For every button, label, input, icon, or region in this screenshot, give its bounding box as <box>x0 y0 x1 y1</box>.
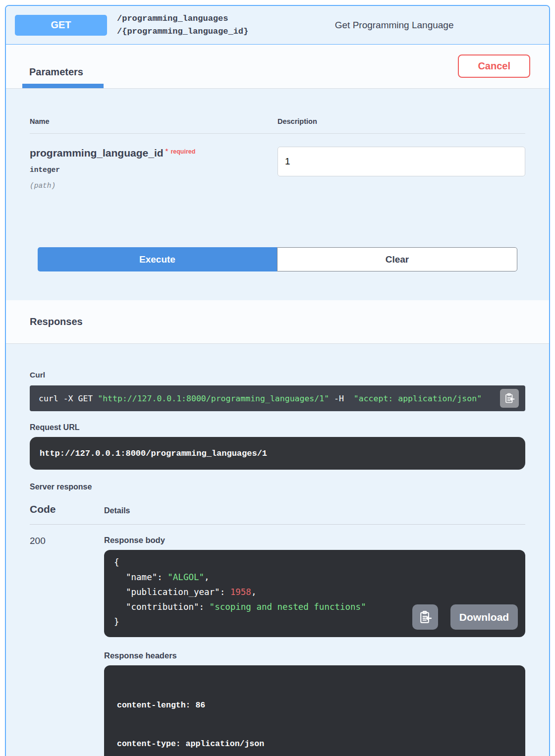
parameters-table-head: Name Description <box>30 89 525 134</box>
response-headers-label: Response headers <box>104 651 525 660</box>
status-code: 200 <box>30 536 104 756</box>
response-header-line: content-length: 86 <box>117 699 520 712</box>
clear-button[interactable]: Clear <box>277 247 517 271</box>
server-response-table-head: Code Details <box>30 503 525 525</box>
download-button[interactable]: Download <box>450 604 518 630</box>
json-colon: : <box>220 587 230 597</box>
column-header-description: Description <box>278 117 525 125</box>
json-key: "contribution" <box>126 602 199 612</box>
copy-icon <box>503 392 515 404</box>
parameter-name: programming_language_id <box>30 147 164 159</box>
curl-label: Curl <box>30 371 525 379</box>
execute-button[interactable]: Execute <box>38 247 277 271</box>
response-copy-button[interactable] <box>412 604 438 630</box>
responses-body: Curl curl -X GET "http://127.0.0.1:8000/… <box>6 371 549 756</box>
response-details-cell: Response body { "name": "ALGOL", "public… <box>104 536 525 756</box>
json-comma: , <box>204 572 210 582</box>
column-header-code: Code <box>30 503 104 515</box>
tab-parameters-label: Parameters <box>22 66 104 78</box>
parameter-name-cell: programming_language_id*required integer… <box>30 147 278 190</box>
endpoint-summary: Get Programming Language <box>248 20 540 31</box>
response-body-label: Response body <box>104 536 525 545</box>
curl-command-bar: curl -X GET "http://127.0.0.1:8000/progr… <box>30 385 525 411</box>
request-url-label: Request URL <box>30 423 525 432</box>
responses-section-header: Responses <box>6 300 549 344</box>
json-string-value: "scoping and nested functions" <box>210 602 366 612</box>
request-url-box: http://127.0.0.1:8000/programming_langua… <box>30 437 525 470</box>
execute-button-group: Execute Clear <box>38 247 517 271</box>
response-headers: content-length: 86 content-type: applica… <box>104 665 525 756</box>
parameter-value-input[interactable] <box>278 147 525 176</box>
json-line: "publication_year": 1958, <box>114 585 515 599</box>
method-badge: GET <box>15 15 107 36</box>
json-string-value: "ALGOL" <box>167 572 204 582</box>
curl-copy-button[interactable] <box>500 389 519 408</box>
required-asterisk: * <box>166 147 168 155</box>
copy-icon <box>418 610 433 625</box>
request-url-value: http://127.0.0.1:8000/programming_langua… <box>40 449 267 458</box>
json-open-brace: { <box>114 555 515 570</box>
server-response-label: Server response <box>30 483 525 491</box>
json-line: "name": "ALGOL", <box>114 570 515 585</box>
json-number-value: 1958 <box>230 587 251 597</box>
tab-active-underline <box>22 84 104 88</box>
tab-parameters: Parameters <box>22 66 104 88</box>
column-header-name: Name <box>30 117 278 125</box>
json-comma: , <box>251 587 257 597</box>
curl-command: curl -X GET "http://127.0.0.1:8000/progr… <box>39 394 482 403</box>
parameter-description-cell <box>278 147 525 190</box>
cancel-button[interactable]: Cancel <box>458 54 530 78</box>
parameters-table: Name Description programming_language_id… <box>6 89 549 300</box>
curl-accept-string: "accept: application/json" <box>349 394 482 403</box>
curl-url-string: "http://127.0.0.1:8000/programming_langu… <box>98 394 329 403</box>
json-key: "name" <box>126 572 157 582</box>
curl-cmd-text: curl -X GET <box>39 394 98 403</box>
parameter-type: integer <box>30 166 278 174</box>
endpoint-path-line1: /programming_languages <box>117 12 248 25</box>
operation-block-get: GET /programming_languages /{programming… <box>5 5 550 756</box>
parameter-location: (path) <box>30 182 278 190</box>
json-colon: : <box>199 602 210 612</box>
response-body: { "name": "ALGOL", "publication_year": 1… <box>104 550 525 637</box>
json-colon: : <box>157 572 167 582</box>
endpoint-path: /programming_languages /{programming_lan… <box>117 12 248 38</box>
responses-title: Responses <box>30 316 83 327</box>
column-header-details: Details <box>104 506 525 515</box>
parameter-row: programming_language_id*required integer… <box>30 134 525 190</box>
required-label: required <box>170 148 195 155</box>
json-key: "publication_year" <box>126 587 220 597</box>
curl-flag-text: -H <box>329 394 349 403</box>
server-response-row: 200 Response body { "name": "ALGOL", "pu… <box>30 536 525 756</box>
endpoint-path-line2: /{programming_language_id} <box>117 25 248 38</box>
parameters-section-header: Parameters Cancel <box>6 45 549 89</box>
operation-summary-header[interactable]: GET /programming_languages /{programming… <box>6 6 549 45</box>
response-header-line: content-type: application/json <box>117 738 520 751</box>
